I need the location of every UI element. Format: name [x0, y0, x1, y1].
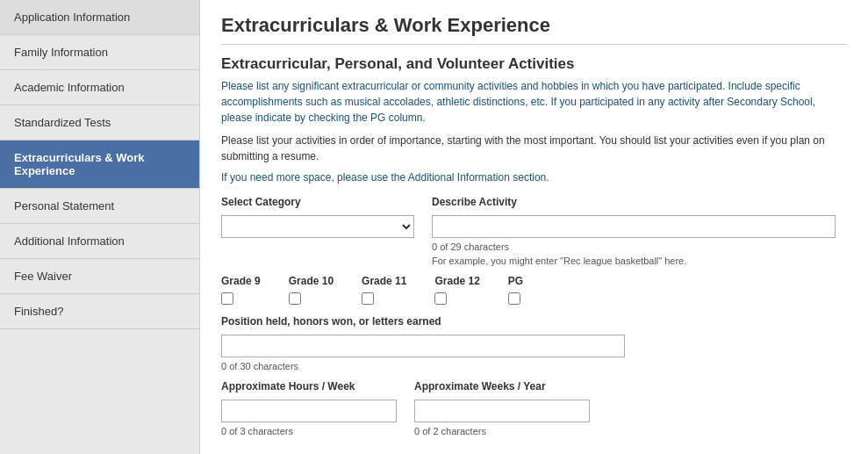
grade-9-group: Grade 9	[221, 275, 261, 305]
grade-row: Grade 9 Grade 10 Grade 11 Grade 12 PG	[221, 275, 847, 305]
grade-12-checkbox[interactable]	[434, 292, 447, 305]
category-activity-row: Select Category Describe Activity 0 of 2…	[221, 196, 847, 266]
weeks-group: Approximate Weeks / Year 0 of 2 characte…	[414, 380, 590, 436]
sidebar-item-label: Personal Statement	[14, 199, 114, 213]
describe-activity-input[interactable]	[432, 215, 836, 238]
position-input[interactable]	[221, 335, 625, 357]
hours-weeks-row: Approximate Hours / Week 0 of 3 characte…	[221, 380, 847, 436]
position-group: Position held, honors won, or letters ea…	[221, 315, 847, 371]
grade-9-label: Grade 9	[221, 275, 261, 287]
sidebar-item-additional-information[interactable]: Additional Information	[0, 224, 199, 259]
sidebar-item-label: Family Information	[14, 46, 108, 59]
sidebar-item-fee-waiver[interactable]: Fee Waiver	[0, 259, 199, 294]
describe-activity-group: Describe Activity 0 of 29 characters For…	[432, 196, 836, 266]
grade-12-label: Grade 12	[434, 275, 479, 287]
grade-11-label: Grade 11	[362, 275, 406, 287]
select-category-label: Select Category	[221, 196, 414, 208]
sidebar-item-academic-information[interactable]: Academic Information	[0, 70, 199, 105]
hours-input[interactable]	[221, 400, 397, 422]
sidebar-item-finished[interactable]: Finished?	[0, 294, 199, 329]
description-2: Please list your activities in order of …	[221, 133, 847, 164]
grade-9-checkbox[interactable]	[221, 292, 233, 305]
hours-group: Approximate Hours / Week 0 of 3 characte…	[221, 380, 397, 436]
position-char-count: 0 of 30 characters	[221, 361, 847, 371]
sidebar-item-application-information[interactable]: Application Information	[0, 0, 199, 35]
sidebar-item-standardized-tests[interactable]: Standardized Tests	[0, 105, 199, 141]
grade-11-checkbox[interactable]	[362, 292, 374, 305]
sidebar-item-label: Additional Information	[14, 234, 125, 248]
grade-12-group: Grade 12	[434, 275, 479, 305]
pg-label: PG	[508, 275, 523, 287]
describe-helper-text: For example, you might enter "Rec league…	[432, 256, 836, 266]
pg-checkbox[interactable]	[508, 292, 520, 305]
hours-label: Approximate Hours / Week	[221, 380, 397, 393]
sidebar-item-label: Extracurriculars & Work Experience	[14, 151, 145, 177]
sidebar-item-label: Fee Waiver	[14, 270, 72, 283]
weeks-char-count: 0 of 2 characters	[414, 426, 590, 436]
weeks-label: Approximate Weeks / Year	[414, 380, 590, 393]
section-title: Extracurricular, Personal, and Volunteer…	[221, 55, 847, 73]
sidebar-item-label: Standardized Tests	[14, 116, 111, 129]
pg-group: PG	[508, 275, 523, 305]
sidebar-item-label: Application Information	[14, 11, 130, 24]
page-title: Extracurriculars & Work Experience	[221, 14, 847, 45]
describe-activity-label: Describe Activity	[432, 196, 836, 208]
sidebar-item-family-information[interactable]: Family Information	[0, 35, 199, 70]
grade-10-group: Grade 10	[289, 275, 334, 305]
main-content: Extracurriculars & Work Experience Extra…	[200, 0, 868, 454]
description-1: Please list any significant extracurricu…	[221, 78, 847, 126]
sidebar-item-extracurriculars-work-experience[interactable]: Extracurriculars & Work Experience	[0, 141, 199, 189]
sidebar-item-personal-statement[interactable]: Personal Statement	[0, 189, 199, 224]
sidebar: Application Information Family Informati…	[0, 0, 200, 454]
grade-10-checkbox[interactable]	[289, 292, 301, 305]
hours-char-count: 0 of 3 characters	[221, 426, 397, 436]
grade-10-label: Grade 10	[289, 275, 334, 287]
sidebar-item-label: Finished?	[14, 305, 63, 318]
grade-11-group: Grade 11	[362, 275, 406, 305]
select-category-group: Select Category	[221, 196, 414, 238]
position-label: Position held, honors won, or letters ea…	[221, 315, 847, 328]
weeks-input[interactable]	[414, 400, 590, 422]
select-category-dropdown[interactable]	[221, 215, 414, 238]
description-3: If you need more space, please use the A…	[221, 171, 847, 184]
describe-char-count: 0 of 29 characters	[432, 241, 836, 252]
sidebar-item-label: Academic Information	[14, 81, 125, 94]
